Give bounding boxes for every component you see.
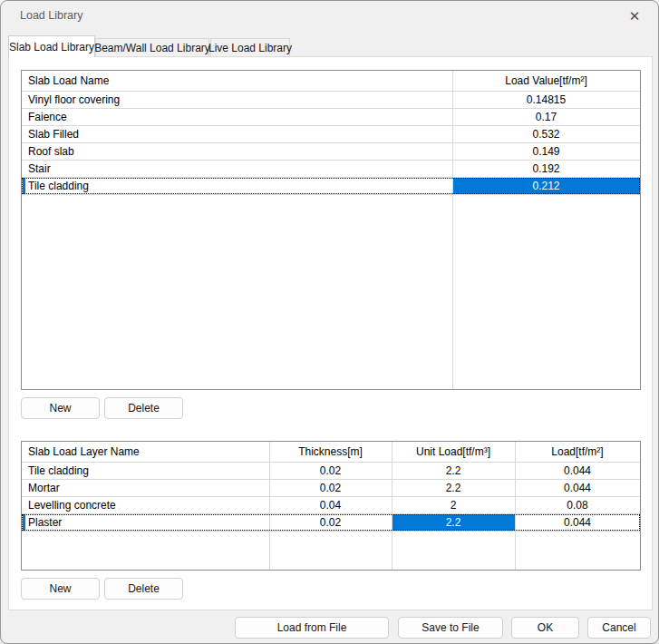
current-row-indicator xyxy=(23,178,25,194)
current-row-indicator xyxy=(23,514,25,531)
layer-unit-load-cell[interactable]: 2 xyxy=(392,497,515,513)
layer-table-row[interactable]: Tile cladding0.022.20.044 xyxy=(22,463,640,480)
slab-load-name-cell[interactable]: Slab Filled xyxy=(22,126,452,142)
column-header-load: Load[tf/m²] xyxy=(515,442,640,462)
layer-delete-button[interactable]: Delete xyxy=(104,578,183,600)
load-library-dialog: Load Library ✕ Slab Load Library Beam/Wa… xyxy=(0,0,659,644)
layer-table-header: Slab Load Layer Name Thickness[m] Unit L… xyxy=(22,442,640,463)
slab-table-body: Vinyl floor covering0.14815Faience0.17Sl… xyxy=(22,92,640,195)
slab-delete-button[interactable]: Delete xyxy=(104,397,183,419)
close-icon: ✕ xyxy=(629,8,641,24)
layer-table-body: Tile cladding0.022.20.044Mortar0.022.20.… xyxy=(22,463,640,532)
layer-name-cell[interactable]: Tile cladding xyxy=(22,463,269,479)
slab-load-value-cell[interactable]: 0.532 xyxy=(452,126,640,142)
layer-table-row[interactable]: Levelling concrete0.0420.08 xyxy=(22,497,640,514)
slab-load-name-cell[interactable]: Vinyl floor covering xyxy=(22,92,452,108)
slab-load-value-cell[interactable]: 0.17 xyxy=(452,109,640,125)
layer-name-cell[interactable]: Levelling concrete xyxy=(22,497,269,513)
load-from-file-button[interactable]: Load from File xyxy=(235,617,389,639)
layer-load-cell[interactable]: 0.044 xyxy=(515,480,640,496)
slab-table-row[interactable]: Faience0.17 xyxy=(22,109,640,126)
slab-load-name-cell[interactable]: Roof slab xyxy=(22,143,452,160)
tab-slab-load-library[interactable]: Slab Load Library xyxy=(8,35,95,57)
slab-table-header: Slab Load Name Load Value[tf/m²] xyxy=(22,71,640,92)
column-header-unit-load: Unit Load[tf/m³] xyxy=(392,442,515,462)
slab-load-layer-table: Slab Load Layer Name Thickness[m] Unit L… xyxy=(21,441,641,571)
layer-thickness-cell[interactable]: 0.02 xyxy=(269,514,392,531)
title-bar: Load Library ✕ xyxy=(1,1,658,34)
layer-new-button[interactable]: New xyxy=(21,578,100,600)
layer-load-cell[interactable]: 0.044 xyxy=(515,514,640,531)
save-to-file-button[interactable]: Save to File xyxy=(398,617,503,639)
close-button[interactable]: ✕ xyxy=(615,3,654,29)
slab-load-name-cell[interactable]: Stair xyxy=(22,161,452,177)
slab-table-row[interactable]: Tile cladding0.212 xyxy=(22,178,640,195)
tab-live-load-library[interactable]: Live Load Library xyxy=(210,38,290,57)
slab-table-row[interactable]: Slab Filled0.532 xyxy=(22,126,640,143)
slab-new-button[interactable]: New xyxy=(21,397,100,419)
slab-load-name-cell[interactable]: Tile cladding xyxy=(22,178,452,194)
slab-load-value-cell[interactable]: 0.149 xyxy=(452,143,640,160)
slab-load-value-cell[interactable]: 0.192 xyxy=(452,161,640,177)
slab-load-table: Slab Load Name Load Value[tf/m²] Vinyl f… xyxy=(21,70,641,390)
tab-beam-wall-load-library[interactable]: Beam/Wall Load Library xyxy=(95,38,209,57)
slab-load-value-cell[interactable]: 0.14815 xyxy=(452,92,640,108)
slab-table-row[interactable]: Vinyl floor covering0.14815 xyxy=(22,92,640,109)
slab-load-name-cell[interactable]: Faience xyxy=(22,109,452,125)
layer-name-cell[interactable]: Mortar xyxy=(22,480,269,496)
layer-thickness-cell[interactable]: 0.02 xyxy=(269,463,392,479)
ok-button[interactable]: OK xyxy=(511,617,579,639)
layer-table-row[interactable]: Plaster0.022.20.044 xyxy=(22,514,640,532)
layer-load-cell[interactable]: 0.08 xyxy=(515,497,640,513)
slab-table-row[interactable]: Stair0.192 xyxy=(22,161,640,178)
column-header-slab-load-name: Slab Load Name xyxy=(22,71,452,91)
column-header-load-value: Load Value[tf/m²] xyxy=(452,71,640,91)
layer-thickness-cell[interactable]: 0.02 xyxy=(269,480,392,496)
layer-thickness-cell[interactable]: 0.04 xyxy=(269,497,392,513)
layer-load-cell[interactable]: 0.044 xyxy=(515,463,640,479)
column-header-thickness: Thickness[m] xyxy=(269,442,392,462)
cancel-button[interactable]: Cancel xyxy=(587,617,651,639)
window-title: Load Library xyxy=(20,9,83,22)
slab-table-row[interactable]: Roof slab0.149 xyxy=(22,143,640,161)
layer-unit-load-cell[interactable]: 2.2 xyxy=(392,514,515,531)
column-header-layer-name: Slab Load Layer Name xyxy=(22,442,269,462)
layer-unit-load-cell[interactable]: 2.2 xyxy=(392,463,515,479)
layer-table-row[interactable]: Mortar0.022.20.044 xyxy=(22,480,640,497)
slab-load-value-cell[interactable]: 0.212 xyxy=(452,178,640,194)
layer-unit-load-cell[interactable]: 2.2 xyxy=(392,480,515,496)
layer-name-cell[interactable]: Plaster xyxy=(22,514,269,531)
